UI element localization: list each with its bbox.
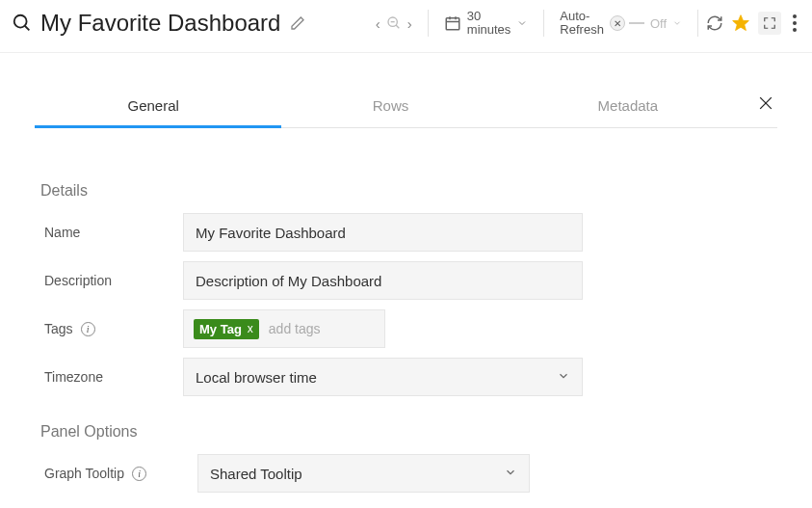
svg-line-1	[25, 26, 30, 31]
panel-options-section: Panel Options Graph Tooltip i Shared Too…	[35, 423, 777, 493]
auto-refresh-toggle[interactable]: ✕	[610, 15, 644, 31]
zoom-out-icon[interactable]	[386, 15, 402, 31]
chevron-right-icon[interactable]: ›	[407, 15, 412, 32]
description-row: Description Description of My Dashboard	[35, 261, 777, 300]
timezone-row: Timezone Local browser time	[35, 358, 777, 396]
active-tab-underline	[35, 125, 281, 128]
page-title: My Favorite Dashboard	[40, 10, 280, 37]
separator	[543, 10, 544, 37]
name-field[interactable]: My Favorite Dashboard	[183, 213, 583, 252]
panel-options-title: Panel Options	[40, 423, 777, 441]
svg-marker-9	[733, 15, 749, 31]
nav-group: ‹ ›	[368, 15, 420, 32]
description-label: Description	[35, 273, 170, 288]
tab-metadata[interactable]: Metadata	[510, 88, 747, 127]
timezone-label: Timezone	[35, 369, 170, 385]
time-range-value-2: minutes	[467, 23, 511, 37]
graph-tooltip-select[interactable]: Shared Tooltip	[197, 454, 530, 493]
timezone-select[interactable]: Local browser time	[183, 358, 583, 396]
top-bar-actions: ‹ › 30 minutes	[368, 10, 800, 37]
auto-refresh-control[interactable]: Auto- Refresh ✕ Off	[552, 10, 690, 36]
tags-label-text: Tags	[44, 321, 73, 336]
chevron-down-icon	[557, 369, 570, 386]
search-icon[interactable]	[12, 13, 33, 34]
refresh-icon[interactable]	[706, 14, 723, 32]
fullscreen-icon[interactable]	[758, 12, 781, 35]
details-section-title: Details	[40, 182, 777, 200]
toggle-knob-icon: ✕	[610, 15, 625, 31]
top-bar: My Favorite Dashboard ‹ › 30	[0, 0, 812, 53]
star-icon[interactable]	[731, 13, 750, 33]
graph-tooltip-label-text: Graph Tooltip	[44, 466, 124, 481]
tags-field[interactable]: My Tag x add tags	[183, 309, 385, 348]
tabs-container: General Rows Metadata	[0, 53, 812, 128]
toggle-track	[629, 22, 644, 24]
graph-tooltip-label: Graph Tooltip i	[35, 466, 184, 481]
tab-general[interactable]: General	[35, 88, 272, 127]
name-row: Name My Favorite Dashboard	[35, 213, 777, 252]
name-label: Name	[35, 225, 170, 240]
chevron-down-icon	[504, 466, 517, 482]
tag-chip: My Tag x	[194, 319, 259, 339]
calendar-icon	[444, 14, 461, 32]
tag-chip-label: My Tag	[199, 322, 242, 336]
details-section: Details Name My Favorite Dashboard Descr…	[35, 182, 777, 396]
tabs: General Rows Metadata	[35, 88, 777, 128]
description-field[interactable]: Description of My Dashboard	[183, 261, 583, 300]
tag-remove-icon[interactable]: x	[248, 322, 253, 335]
separator	[428, 10, 429, 37]
svg-line-4	[396, 25, 399, 28]
info-icon[interactable]: i	[81, 322, 95, 336]
time-range-picker[interactable]: 30 minutes	[436, 10, 537, 36]
graph-tooltip-row: Graph Tooltip i Shared Tooltip	[35, 454, 777, 493]
chevron-down-icon	[516, 17, 528, 29]
chevron-down-icon	[672, 18, 682, 28]
auto-refresh-label-2: Refresh	[560, 23, 604, 37]
timezone-value: Local browser time	[196, 369, 317, 386]
name-value: My Favorite Dashboard	[196, 225, 346, 241]
svg-rect-5	[446, 18, 459, 30]
tags-row: Tags i My Tag x add tags	[35, 309, 777, 348]
time-range-value-1: 30	[467, 10, 511, 23]
tab-rows[interactable]: Rows	[272, 88, 509, 127]
add-tags-placeholder: add tags	[269, 321, 321, 336]
svg-point-0	[14, 15, 27, 28]
chevron-left-icon[interactable]: ‹	[376, 15, 380, 32]
close-icon[interactable]	[747, 94, 777, 122]
tags-label: Tags i	[35, 321, 170, 336]
edit-title-icon[interactable]	[290, 15, 305, 31]
more-menu-icon[interactable]	[789, 11, 800, 36]
graph-tooltip-value: Shared Tooltip	[210, 466, 302, 482]
separator	[697, 10, 698, 37]
description-value: Description of My Dashboard	[196, 273, 381, 289]
auto-refresh-label-1: Auto-	[560, 10, 604, 23]
info-icon[interactable]: i	[132, 467, 146, 481]
auto-refresh-state: Off	[650, 16, 667, 31]
